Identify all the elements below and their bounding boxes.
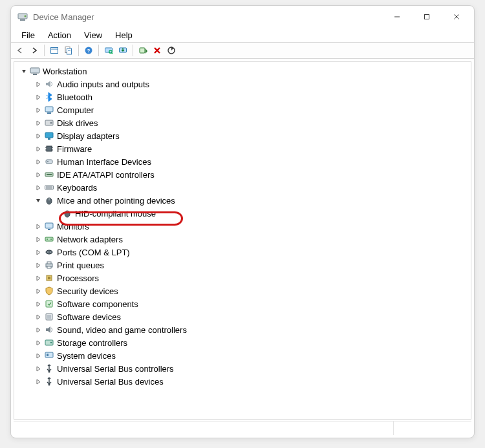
menu-action[interactable]: Action: [41, 29, 78, 41]
chevron-right-icon[interactable]: [34, 118, 43, 127]
svg-rect-59: [47, 315, 51, 319]
tree-item-monitors[interactable]: Monitors: [14, 220, 471, 233]
computer-root-icon: [30, 66, 40, 76]
tree-item-root[interactable]: Workstation: [14, 65, 471, 78]
toolbar-properties[interactable]: [62, 44, 75, 57]
network-icon: [44, 234, 54, 244]
chevron-right-icon[interactable]: [34, 286, 43, 295]
toolbar-uninstall[interactable]: [151, 44, 164, 57]
monitor-icon: [44, 221, 54, 231]
tree-item-computer[interactable]: Computer: [14, 103, 471, 116]
chevron-right-icon[interactable]: [34, 92, 43, 101]
chevron-right-icon[interactable]: [34, 312, 43, 321]
chevron-right-icon[interactable]: [34, 170, 43, 179]
tree-item-label: Software devices: [57, 312, 121, 322]
chevron-right-icon[interactable]: [34, 248, 43, 257]
chevron-right-icon[interactable]: [34, 235, 43, 244]
tree-item-mice[interactable]: Mice and other pointing devices: [14, 194, 471, 207]
minimize-button[interactable]: [382, 7, 412, 27]
chevron-right-icon[interactable]: [34, 80, 43, 89]
toolbar-forward[interactable]: [28, 44, 41, 57]
chevron-right-icon[interactable]: [34, 183, 43, 192]
speaker-icon: [44, 79, 54, 89]
tree-item-ide[interactable]: IDE ATA/ATAPI controllers: [14, 168, 471, 181]
maximize-button[interactable]: [412, 7, 442, 27]
mouse-icon: [62, 208, 72, 219]
chevron-right-icon[interactable]: [34, 261, 43, 270]
chevron-right-icon[interactable]: [34, 144, 43, 153]
svg-rect-46: [45, 237, 53, 241]
tree-item-label: Audio inputs and outputs: [57, 80, 149, 89]
tree-item-storage[interactable]: Storage controllers: [14, 336, 471, 349]
chevron-right-icon[interactable]: [34, 105, 43, 114]
tree-item-ports[interactable]: Ports (COM & LPT): [14, 246, 471, 259]
svg-rect-37: [45, 186, 54, 189]
device-tree-pane[interactable]: WorkstationAudio inputs and outputsBluet…: [14, 61, 471, 420]
toolbar-update-driver[interactable]: [116, 44, 129, 57]
tree-item-swcomp[interactable]: Software components: [14, 297, 471, 310]
menu-help[interactable]: Help: [109, 29, 139, 41]
svg-rect-4: [425, 15, 429, 19]
svg-rect-18: [140, 48, 145, 53]
tree-item-bluetooth[interactable]: Bluetooth: [14, 91, 471, 103]
chevron-right-icon[interactable]: [34, 273, 43, 283]
tree-item-firmware[interactable]: Firmware: [14, 142, 471, 155]
svg-point-48: [50, 239, 52, 240]
chevron-right-icon[interactable]: [34, 299, 43, 308]
tree-item-label: IDE ATA/ATAPI controllers: [57, 170, 155, 180]
tree-item-disks[interactable]: Disk drives: [14, 116, 471, 129]
chevron-right-icon[interactable]: [34, 222, 43, 231]
mouse-icon: [44, 195, 54, 206]
chevron-right-icon[interactable]: [34, 377, 43, 386]
usb-icon: [44, 376, 54, 387]
tree-item-hid[interactable]: Human Interface Devices: [14, 155, 471, 168]
tree-item-label: Universal Serial Bus devices: [57, 377, 164, 387]
titlebar: Device Manager: [11, 6, 474, 28]
toolbar-help[interactable]: ?: [82, 44, 95, 57]
tree-item-printq[interactable]: Print queues: [14, 259, 471, 272]
tree-item-hidmouse[interactable]: HID-compliant mouse: [14, 207, 471, 220]
tree-item-security[interactable]: Security devices: [14, 284, 471, 297]
tree-item-audio[interactable]: Audio inputs and outputs: [14, 78, 471, 91]
chevron-down-icon[interactable]: [34, 196, 43, 205]
menu-file[interactable]: File: [15, 29, 41, 41]
svg-point-64: [48, 371, 50, 373]
tree-item-display[interactable]: Display adapters: [14, 129, 471, 142]
toolbar-enable[interactable]: [136, 44, 149, 57]
tree-item-label: Bluetooth: [57, 92, 92, 102]
expander-spacer: [52, 209, 61, 218]
svg-rect-1: [20, 19, 25, 21]
tree-item-usbctrl[interactable]: Universal Serial Bus controllers: [14, 362, 471, 375]
svg-rect-45: [48, 229, 50, 230]
chevron-right-icon[interactable]: [34, 338, 43, 347]
swcomp-icon: [44, 299, 54, 309]
system-icon: [44, 350, 54, 361]
chevron-down-icon[interactable]: [19, 67, 28, 76]
chevron-right-icon[interactable]: [34, 351, 43, 360]
close-button[interactable]: [442, 7, 471, 27]
tree-item-processors[interactable]: Processors: [14, 272, 471, 284]
svg-point-50: [47, 251, 48, 253]
tree-item-swdev[interactable]: Software devices: [14, 310, 471, 323]
tree-item-system[interactable]: System devices: [14, 349, 471, 362]
menubar: File Action View Help: [11, 28, 474, 42]
tree-item-usbdev[interactable]: Universal Serial Bus devices: [14, 375, 471, 388]
cpu-icon: [44, 273, 54, 283]
tree-item-label: Human Interface Devices: [57, 157, 151, 167]
chevron-right-icon[interactable]: [34, 364, 43, 373]
toolbar-separator: [78, 45, 79, 56]
chevron-right-icon[interactable]: [34, 325, 43, 334]
tree-item-sound[interactable]: Sound, video and game controllers: [14, 323, 471, 336]
toolbar-show-hidden[interactable]: [48, 44, 61, 57]
svg-point-61: [50, 342, 52, 344]
chevron-right-icon[interactable]: [34, 131, 43, 140]
svg-rect-10: [67, 48, 72, 54]
menu-view[interactable]: View: [78, 29, 109, 41]
tree-item-label: HID-compliant mouse: [75, 209, 156, 219]
toolbar-back[interactable]: [14, 44, 27, 57]
toolbar-scan[interactable]: [102, 44, 115, 57]
toolbar-disable[interactable]: [165, 44, 178, 57]
tree-item-keyboards[interactable]: Keyboards: [14, 181, 471, 194]
tree-item-network[interactable]: Network adapters: [14, 233, 471, 246]
chevron-right-icon[interactable]: [34, 157, 43, 166]
